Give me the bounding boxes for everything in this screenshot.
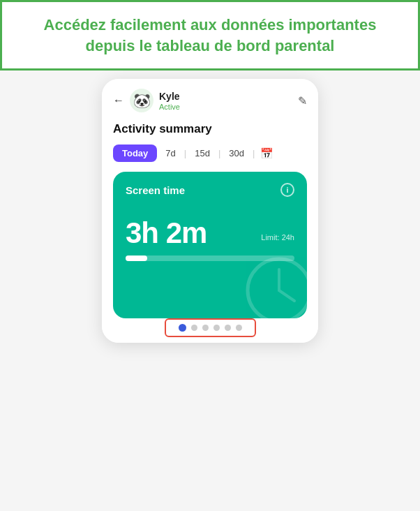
banner-text: Accédez facilement aux données important… <box>23 15 397 56</box>
dots-container <box>102 318 318 343</box>
header-left: ← 🐼 Kyle Active <box>113 89 180 112</box>
tabs-row: Today 7d | 15d | 30d | 📅 <box>113 145 307 162</box>
tab-30d[interactable]: 30d <box>225 145 248 162</box>
avatar-icon: 🐼 <box>133 92 151 109</box>
phone-content: Activity summary Today 7d | 15d | 30d | … <box>102 119 318 318</box>
dot-1[interactable] <box>179 324 186 332</box>
tab-divider-1: | <box>184 148 186 158</box>
user-name: Kyle <box>159 91 180 103</box>
dot-3[interactable] <box>202 325 209 331</box>
info-icon[interactable]: i <box>280 183 294 197</box>
phone-header: ← 🐼 Kyle Active ✎ <box>102 79 318 119</box>
back-button[interactable]: ← <box>113 94 124 107</box>
svg-point-0 <box>248 259 307 318</box>
edit-button[interactable]: ✎ <box>298 94 307 108</box>
card-header: Screen time i <box>126 183 294 197</box>
avatar: 🐼 <box>130 89 153 112</box>
user-info: Kyle Active <box>159 91 180 111</box>
screen-time-card: Screen time i 3h 2m Limit: 24h <box>113 172 307 318</box>
progress-bar-fill <box>126 256 147 261</box>
dot-6[interactable] <box>236 325 242 331</box>
dot-4[interactable] <box>213 325 220 331</box>
svg-line-2 <box>279 290 294 301</box>
dots-box <box>165 318 256 337</box>
dot-5[interactable] <box>225 325 231 331</box>
clock-decoration <box>244 256 307 318</box>
limit-text: Limit: 24h <box>261 233 294 242</box>
dot-2[interactable] <box>191 325 197 331</box>
tab-divider-2: | <box>218 148 220 158</box>
section-title: Activity summary <box>113 122 307 136</box>
phone-mockup: ← 🐼 Kyle Active ✎ Activity summary Today… <box>102 79 318 343</box>
tab-7d[interactable]: 7d <box>161 145 179 162</box>
tab-today[interactable]: Today <box>113 145 157 162</box>
banner: Accédez facilement aux données important… <box>0 0 420 71</box>
tab-15d[interactable]: 15d <box>190 145 214 162</box>
tab-divider-3: | <box>253 148 255 158</box>
user-status: Active <box>159 103 180 111</box>
card-title: Screen time <box>126 184 185 196</box>
calendar-tab[interactable]: 📅 <box>260 147 273 160</box>
